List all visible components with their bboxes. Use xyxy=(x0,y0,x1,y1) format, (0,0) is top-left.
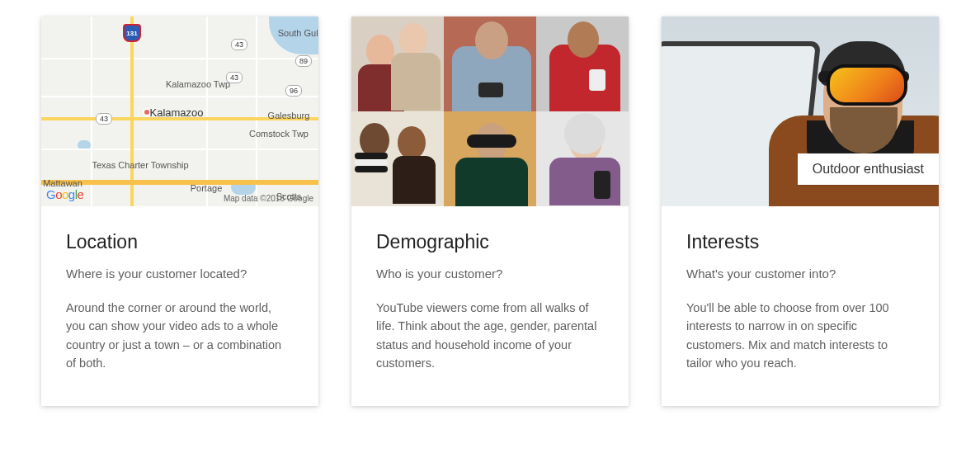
card-subtitle: Where is your customer located? xyxy=(66,265,294,282)
people-grid-icon xyxy=(351,17,629,206)
card-subtitle: Who is your customer? xyxy=(376,265,604,282)
card-interests-image: Outdoor enthusiast xyxy=(662,17,939,206)
map-icon: South Gull Lake Kalamazoo Twp Kalamazoo … xyxy=(41,17,318,206)
card-location: South Gull Lake Kalamazoo Twp Kalamazoo … xyxy=(41,17,318,406)
google-logo-icon: Google xyxy=(46,187,83,201)
card-interests: Outdoor enthusiast Interests What's your… xyxy=(662,17,939,406)
route-shield-icon: 96 xyxy=(285,85,302,97)
card-desc: YouTube viewers come from all walks of l… xyxy=(376,299,604,373)
map-label: Comstock Twp xyxy=(249,129,309,139)
route-shield-icon: 43 xyxy=(231,39,247,50)
card-desc: Around the corner or around the world, y… xyxy=(66,299,294,373)
map-label: Portage xyxy=(191,183,223,193)
card-location-image: South Gull Lake Kalamazoo Twp Kalamazoo … xyxy=(41,17,318,206)
map-label: Kalamazoo Twp xyxy=(166,79,230,89)
map-label: Texas Charter Township xyxy=(92,160,188,170)
cards-row: South Gull Lake Kalamazoo Twp Kalamazoo … xyxy=(41,17,939,406)
card-body: Demographic Who is your customer? YouTub… xyxy=(351,206,629,406)
route-shield-icon: 89 xyxy=(295,55,312,67)
interest-tag: Outdoor enthusiast xyxy=(798,153,939,185)
card-title: Demographic xyxy=(376,231,604,253)
card-title: Interests xyxy=(686,231,914,253)
map-label: South Gull Lake xyxy=(268,28,318,38)
interstate-shield-icon: 131 xyxy=(123,24,141,42)
card-demographic-image xyxy=(351,17,629,206)
card-body: Interests What's your customer into? You… xyxy=(662,206,939,406)
card-body: Location Where is your customer located?… xyxy=(41,206,318,406)
card-desc: You'll be able to choose from over 100 i… xyxy=(686,299,914,373)
route-shield-icon: 43 xyxy=(96,113,112,125)
map-label: Galesburg xyxy=(268,111,310,120)
map-copyright: Map data ©2018 Google xyxy=(224,194,313,203)
card-demographic: Demographic Who is your customer? YouTub… xyxy=(351,17,629,406)
card-subtitle: What's your customer into? xyxy=(686,265,914,282)
map-label-main: Kalamazoo xyxy=(149,106,203,119)
route-shield-icon: 43 xyxy=(226,72,243,83)
outdoor-photo-icon: Outdoor enthusiast xyxy=(662,17,939,206)
card-title: Location xyxy=(66,231,294,253)
